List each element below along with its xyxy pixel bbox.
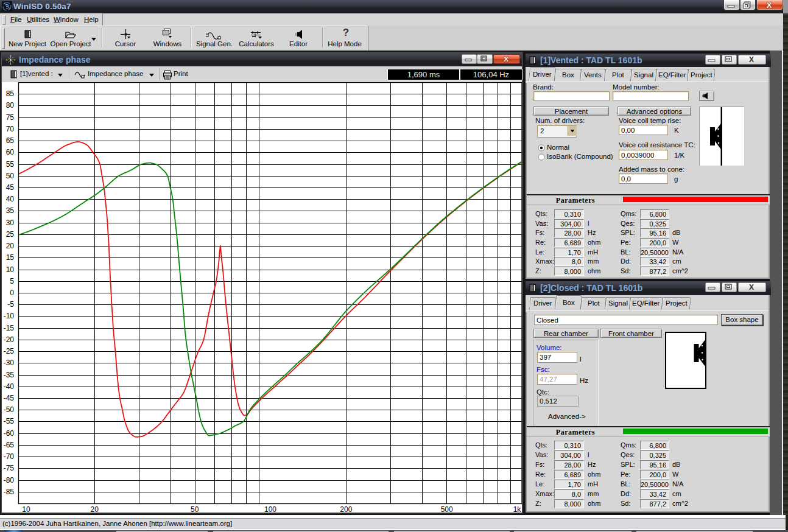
svg-text:X: X [749,55,754,64]
svg-text:X: X [749,283,754,292]
svg-text:X: X [767,1,772,10]
svg-text:X: X [504,55,508,63]
